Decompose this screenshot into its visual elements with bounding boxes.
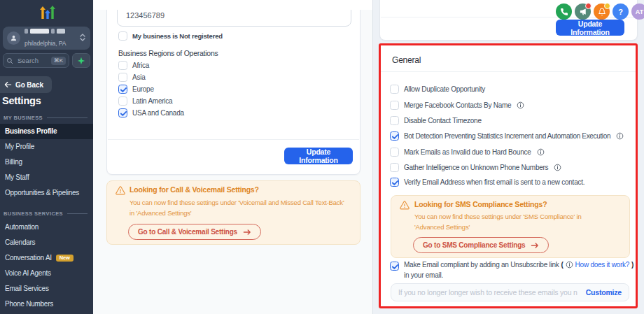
notification-dot [585, 3, 592, 9]
region-checkbox-europe[interactable] [118, 85, 127, 94]
not-registered-checkbox[interactable] [118, 31, 127, 41]
unsubscribe-message-placeholder: If you no longer longer wish to receive … [398, 288, 582, 297]
search-icon [6, 57, 13, 64]
option-checkbox-bot-detection[interactable] [390, 131, 399, 141]
sidebar: philadelphia, PA ⌘K Go Back Settings MY … [0, 0, 93, 314]
option-checkbox-mark-emails-invalid[interactable] [390, 148, 399, 157]
unsubscribe-compliance-checkbox[interactable] [390, 262, 399, 271]
arrow-right-icon [243, 229, 251, 236]
unsubscribe-label-tail: in your email. [404, 271, 443, 279]
divider [381, 71, 636, 72]
section-label-my-business: MY BUSINESS [0, 112, 93, 124]
location-switcher[interactable]: philadelphia, PA [3, 27, 90, 50]
phone-icon[interactable] [556, 3, 572, 20]
callout-title: Looking for SMS Compliance Settings? [414, 200, 547, 208]
info-icon[interactable] [616, 132, 624, 140]
info-icon[interactable] [554, 164, 561, 171]
option-checkbox-disable-contact-timezone[interactable] [390, 116, 399, 125]
sparkle-icon [77, 57, 85, 65]
call-voicemail-callout: Looking for Call & Voicemail Settings? Y… [106, 180, 360, 245]
warning-triangle-icon [115, 186, 125, 195]
sidebar-item-opportunities-pipelines[interactable]: Opportunities & Pipelines [0, 185, 93, 201]
notification-bell-icon[interactable] [594, 3, 610, 20]
option-checkbox-verify-email-address[interactable] [390, 178, 399, 187]
header-icon-row: ? AT [556, 3, 644, 20]
not-registered-label: My business is Not registered [132, 32, 223, 40]
notification-dot [604, 3, 610, 9]
divider [108, 139, 359, 140]
sidebar-item-business-profile[interactable]: Business Profile [0, 124, 93, 139]
sidebar-item-my-profile[interactable]: My Profile [0, 139, 93, 155]
go-to-sms-compliance-settings-button[interactable]: Go to SMS Compliance Settings [413, 237, 549, 253]
sidebar-item-billing[interactable]: Billing [0, 155, 93, 170]
region-checkbox-africa[interactable] [118, 61, 127, 70]
callout-title: Looking for Call & Voicemail Settings? [130, 185, 259, 194]
option-checkbox-gather-intelligence[interactable] [390, 163, 399, 172]
app-logo-icon[interactable] [35, 4, 59, 21]
callout-body-line2: 'Advanced Settings' [414, 223, 470, 231]
sidebar-item-email-services[interactable]: Email Services [0, 281, 93, 297]
search-box[interactable]: ⌘K [3, 53, 69, 68]
option-checkbox-merge-facebook-contacts[interactable] [390, 101, 399, 110]
help-icon[interactable]: ? [612, 3, 629, 20]
app-root: philadelphia, PA ⌘K Go Back Settings MY … [0, 0, 644, 314]
callout-body-line1: You can now find these settings under 'V… [130, 199, 344, 206]
general-settings-panel: General Allow Duplicate Opportunity Merg… [379, 43, 638, 308]
region-checkbox-latin-america[interactable] [118, 97, 127, 106]
option-checkbox-allow-duplicate-opportunity[interactable] [390, 85, 399, 94]
sidebar-item-voice-ai-agents[interactable]: Voice AI Agents [0, 266, 93, 281]
unsubscribe-label: Make Email compliant by adding an Unsubs… [404, 261, 559, 269]
location-subtitle: philadelphia, PA [24, 40, 66, 47]
new-badge: New [56, 255, 74, 262]
announcement-icon[interactable] [575, 3, 591, 20]
arrow-right-icon [531, 242, 539, 249]
settings-title: Settings [2, 95, 41, 106]
section-label-business-services: BUSINESS SERVICES [0, 208, 93, 220]
search-input[interactable] [16, 56, 48, 65]
callout-body-line2: in 'Advanced Settings' [130, 209, 191, 217]
unsubscribe-message-field[interactable]: If you no longer longer wish to receive … [391, 283, 629, 301]
arrow-left-icon [4, 81, 12, 88]
callout-body-line1: You can now find these settings under 'S… [414, 213, 582, 220]
update-information-button-top[interactable]: Update Information [556, 20, 624, 36]
info-icon[interactable] [537, 148, 545, 156]
settings-nav: MY BUSINESS Business Profile My Profile … [0, 112, 93, 312]
ai-sparkle-button[interactable] [72, 53, 90, 68]
avatar[interactable]: AT [631, 3, 644, 20]
warning-triangle-icon [400, 201, 410, 210]
update-information-button[interactable]: Update Information [284, 148, 353, 164]
go-back-button[interactable]: Go Back [0, 76, 52, 93]
customize-link[interactable]: Customize [586, 288, 622, 297]
sticky-header-cover [94, 0, 372, 10]
location-name-redacted [24, 29, 75, 34]
search-shortcut: ⌘K [51, 57, 66, 65]
how-does-it-work-link[interactable]: How does it work? [575, 261, 629, 269]
sidebar-item-conversation-ai[interactable]: Conversation AI New [0, 250, 93, 266]
sms-compliance-callout: Looking for SMS Compliance Settings? You… [391, 195, 630, 258]
business-info-card: My business is Not registered Business R… [106, 0, 360, 175]
go-to-call-voicemail-settings-button[interactable]: Go to Call & Voicemail Settings [128, 224, 261, 240]
location-sort-chevrons-icon [79, 32, 86, 45]
location-avatar-icon [7, 31, 20, 45]
sidebar-item-phone-numbers[interactable]: Phone Numbers [0, 297, 93, 312]
left-pane: My business is Not registered Business R… [93, 0, 372, 314]
info-icon[interactable] [517, 101, 524, 109]
region-checkbox-usa-canada[interactable] [118, 108, 127, 117]
regions-heading: Business Regions of Operations [118, 49, 218, 57]
region-checkbox-asia[interactable] [118, 73, 127, 82]
sidebar-item-automation[interactable]: Automation [0, 220, 93, 235]
sidebar-item-calendars[interactable]: Calendars [0, 235, 93, 250]
info-icon[interactable] [566, 261, 573, 269]
sidebar-item-my-staff[interactable]: My Staff [0, 170, 93, 185]
general-title: General [392, 55, 421, 65]
